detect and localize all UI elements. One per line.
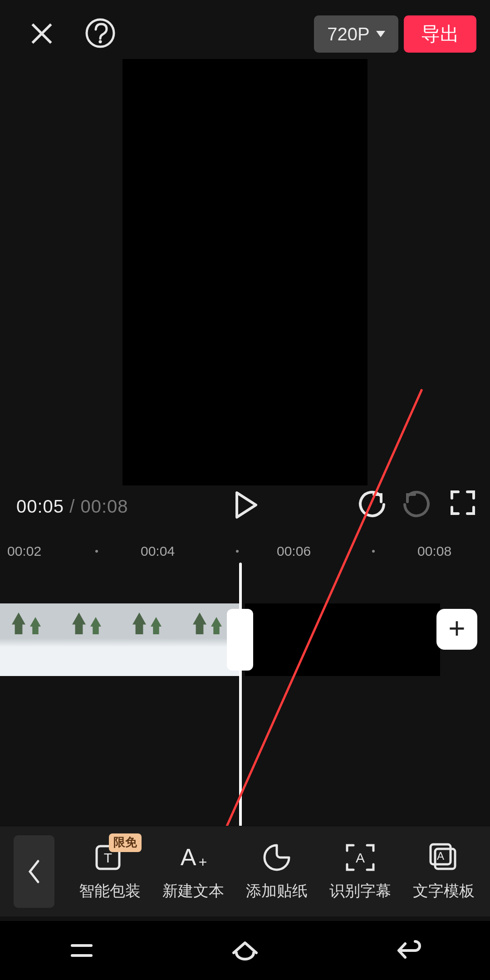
ruler-tick: 00:02: [7, 544, 41, 559]
svg-text:T: T: [104, 850, 112, 865]
nav-menu-icon[interactable]: [66, 935, 98, 966]
play-icon[interactable]: [229, 489, 260, 521]
chevron-down-icon: [376, 31, 385, 37]
tool-smart-package[interactable]: 限免 T 智能包装: [69, 842, 151, 902]
tool-label: 智能包装: [79, 881, 141, 902]
video-clip-black[interactable]: [245, 603, 440, 676]
svg-text:+: +: [199, 854, 207, 870]
sticker-icon: [261, 842, 293, 873]
undo-icon[interactable]: [357, 489, 388, 521]
redo-icon: [400, 489, 432, 521]
top-bar: 720P 导出: [0, 0, 490, 57]
resolution-button[interactable]: 720P: [314, 15, 398, 53]
nav-home-icon[interactable]: [229, 935, 261, 966]
back-button[interactable]: [14, 835, 54, 908]
ruler-tick: 00:08: [417, 544, 451, 559]
tool-label: 新建文本: [162, 881, 224, 902]
help-icon[interactable]: [84, 17, 116, 49]
bottom-toolbar: 限免 T 智能包装 A+ 新建文本 添加贴纸 A: [0, 826, 490, 916]
add-text-icon: A+: [177, 842, 209, 873]
tool-label: 识别字幕: [329, 881, 391, 902]
tool-new-text[interactable]: A+ 新建文本: [152, 842, 234, 902]
svg-text:A: A: [356, 850, 365, 865]
playhead[interactable]: [239, 563, 242, 844]
tool-text-template[interactable]: A 文字模板: [403, 842, 485, 902]
timeline-ruler[interactable]: 00:02 00:04 00:06 00:08: [0, 539, 490, 566]
chevron-left-icon: [26, 858, 42, 885]
ruler-dot: [236, 550, 239, 553]
badge-free: 限免: [109, 833, 142, 852]
time-current: 00:05: [16, 496, 64, 516]
subtitle-scan-icon: A: [344, 842, 376, 873]
nav-back-icon[interactable]: [392, 935, 424, 966]
system-nav-bar: [0, 921, 490, 980]
ruler-tick: 00:06: [277, 544, 311, 559]
playback-bar: 00:05 / 00:08: [0, 486, 490, 532]
tool-label: 添加贴纸: [246, 881, 308, 902]
video-preview[interactable]: [122, 59, 368, 485]
tool-label: 文字模板: [413, 881, 475, 902]
svg-point-1: [99, 40, 102, 44]
svg-text:A: A: [437, 850, 444, 862]
resolution-label: 720P: [327, 24, 369, 44]
video-clip[interactable]: [0, 603, 240, 676]
ruler-tick: 00:04: [141, 544, 175, 559]
ruler-dot: [372, 550, 375, 553]
close-icon[interactable]: [29, 21, 54, 46]
ruler-dot: [95, 550, 98, 553]
add-clip-button[interactable]: +: [436, 609, 477, 650]
tool-recognize-subtitle[interactable]: A 识别字幕: [319, 842, 401, 902]
time-duration: 00:08: [80, 496, 128, 516]
fullscreen-icon[interactable]: [449, 489, 476, 516]
svg-text:A: A: [181, 844, 196, 870]
export-label: 导出: [421, 21, 459, 47]
time-display: 00:05 / 00:08: [16, 496, 128, 517]
timeline[interactable]: +: [0, 590, 490, 817]
text-templates-icon: A: [428, 842, 460, 873]
export-button[interactable]: 导出: [404, 15, 476, 53]
tool-add-sticker[interactable]: 添加贴纸: [236, 842, 318, 902]
